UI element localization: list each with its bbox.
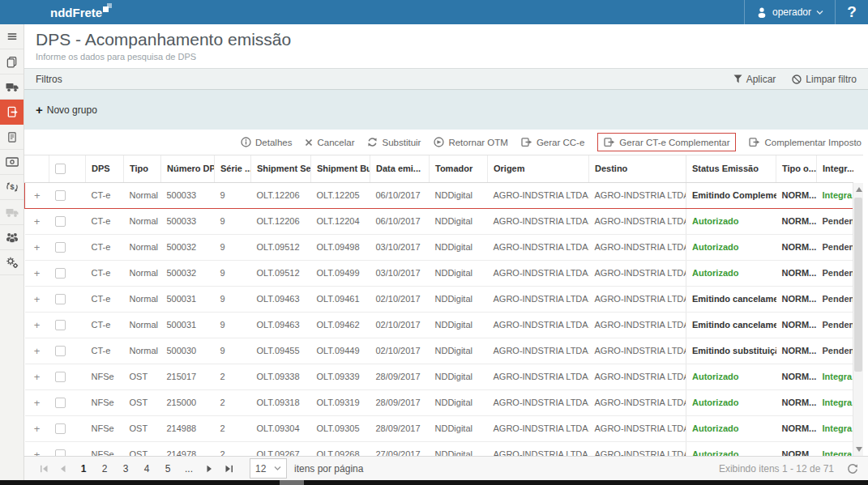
table-row[interactable]: +CT-eNormal5000319OLT.09463OLT.0946202/1… (25, 312, 853, 338)
table-row[interactable]: +CT-eNormal5000329OLT.09512OLT.0949803/1… (25, 234, 853, 260)
substitute-button[interactable]: Substituir (367, 137, 421, 147)
complementar-imposto-label: Complementar Imposto (764, 138, 862, 147)
last-page-icon (224, 465, 233, 473)
table-row[interactable]: +CT-eNormal5000329OLT.09512OLT.0949903/1… (25, 260, 853, 286)
cell-sell: OLT.09267 (251, 441, 311, 456)
last-page-button[interactable] (219, 465, 238, 473)
sidebar-item-settings[interactable] (0, 250, 24, 275)
sidebar-item-menu[interactable] (0, 24, 24, 49)
cell-tomador: NDDigital (430, 389, 488, 415)
row-checkbox[interactable] (55, 242, 66, 253)
row-checkbox[interactable] (55, 372, 66, 382)
col-status-emissao[interactable]: Status Emissão (686, 155, 776, 182)
cell-integr: Penden... (817, 286, 853, 312)
page-ellipsis[interactable]: ... (178, 463, 199, 474)
sidebar-item-fleet[interactable] (0, 200, 24, 225)
page-number-3[interactable]: 3 (115, 463, 136, 474)
help-button[interactable]: ? (836, 0, 868, 24)
row-checkbox[interactable] (55, 398, 66, 408)
prev-page-button[interactable] (53, 465, 73, 473)
select-all-checkbox[interactable] (55, 164, 66, 174)
row-checkbox[interactable] (55, 320, 66, 330)
sidebar-item-truck[interactable] (0, 74, 24, 100)
table-row[interactable]: +CT-eNormal5000319OLT.09463OLT.0946102/1… (25, 286, 853, 312)
expand-row-button[interactable]: + (25, 312, 49, 338)
expand-row-button[interactable]: + (25, 415, 49, 441)
col-tomador[interactable]: Tomador (430, 155, 488, 182)
row-checkbox[interactable] (55, 294, 66, 304)
table-row[interactable]: +NFSeOST2149782OLT.09267OLT.0926827/09/2… (25, 441, 853, 456)
sidebar-item-document[interactable] (0, 125, 24, 150)
row-checkbox[interactable] (55, 449, 66, 456)
return-otm-button[interactable]: Retornar OTM (434, 137, 508, 147)
expand-row-button[interactable]: + (25, 364, 49, 389)
clear-filter-button[interactable]: Limpar filtro (792, 74, 857, 85)
scroll-up-icon[interactable] (856, 187, 862, 192)
cell-destino: AGRO-INDSTRIA LTDA. (589, 234, 686, 260)
details-button[interactable]: Detalhes (241, 137, 292, 147)
row-checkbox[interactable] (55, 423, 66, 434)
generate-cce-button[interactable]: Gerar CC-e (521, 137, 584, 147)
page-number-5[interactable]: 5 (157, 463, 178, 474)
sidebar-item-dps-emission[interactable] (0, 100, 24, 125)
cancel-button[interactable]: Cancelar (305, 138, 354, 147)
col-shipment-sell[interactable]: Shipment Sell (251, 155, 311, 182)
apply-filter-button[interactable]: Aplicar (733, 74, 776, 85)
col-integr[interactable]: Integr... (817, 155, 853, 182)
table-row[interactable]: +NFSeOST2150002OLT.09318OLT.0931928/09/2… (25, 389, 853, 415)
page-size-select[interactable]: 12 (250, 458, 287, 479)
user-menu[interactable]: operador (744, 0, 836, 24)
table-row[interactable]: +CT-eNormal5000339OLT.12206OLT.1220406/1… (25, 208, 853, 234)
col-tipo-o[interactable]: Tipo o... (776, 155, 817, 182)
expand-row-button[interactable]: + (25, 286, 49, 312)
next-page-button[interactable] (199, 465, 219, 473)
expand-row-button[interactable]: + (25, 441, 49, 456)
scrollbar-thumb[interactable] (854, 198, 862, 372)
cell-destino: AGRO-INDSTRIA LTDA. (589, 312, 686, 338)
col-dps[interactable]: DPS (86, 155, 124, 182)
expand-row-button[interactable]: + (25, 208, 49, 234)
page-number-1[interactable]: 1 (73, 463, 94, 474)
row-checkbox[interactable] (55, 346, 66, 356)
refresh-button[interactable] (847, 463, 858, 474)
first-page-button[interactable] (34, 465, 53, 473)
expand-row-button[interactable]: + (25, 182, 49, 208)
cell-numero: 500030 (161, 338, 215, 364)
generate-cte-complementar-button[interactable]: Gerar CT-e Complementar (597, 133, 736, 151)
table-row[interactable]: +CT-eNormal5000309OLT.09455OLT.0944902/1… (25, 338, 853, 364)
logo-square-decor (103, 6, 109, 12)
new-group-button[interactable]: + Novo grupo (36, 104, 97, 116)
col-numero-dps[interactable]: Número DPS (161, 155, 215, 182)
col-shipment-buy[interactable]: Shipment Buy (311, 155, 370, 182)
scroll-down-icon[interactable] (856, 447, 862, 452)
sidebar-item-billing[interactable] (0, 150, 24, 175)
row-checkbox[interactable] (55, 190, 66, 201)
col-tipo[interactable]: Tipo (124, 155, 161, 182)
expand-row-button[interactable]: + (25, 234, 49, 260)
help-glyph: ? (847, 3, 857, 21)
sidebar-item-financial[interactable]: $ (0, 175, 24, 200)
vertical-scrollbar[interactable] (853, 183, 863, 456)
complementar-imposto-button[interactable]: Complementar Imposto (749, 137, 862, 147)
documents-icon (6, 56, 18, 68)
expand-row-button[interactable]: + (25, 260, 49, 286)
col-origem[interactable]: Origem (488, 155, 589, 182)
cell-data: 03/10/2017 (370, 260, 430, 286)
expand-row-button[interactable]: + (25, 389, 49, 415)
page-number-4[interactable]: 4 (136, 463, 157, 474)
expand-row-button[interactable]: + (25, 338, 49, 364)
funnel-icon (733, 74, 742, 83)
row-checkbox[interactable] (55, 216, 66, 227)
sidebar-item-users[interactable] (0, 225, 24, 250)
table-row[interactable]: +NFSeOST2149882OLT.09304OLT.0930528/09/2… (25, 415, 853, 441)
page-number-2[interactable]: 2 (94, 463, 115, 474)
col-data-emissao[interactable]: Data emi... (370, 155, 430, 182)
sidebar-item-documents[interactable] (0, 49, 24, 74)
col-destino[interactable]: Destino (589, 155, 686, 182)
cell-integr: Penden... (817, 312, 853, 338)
table-row[interactable]: +NFSeOST2150172OLT.09338OLT.0933928/09/2… (25, 364, 853, 389)
menu-icon (6, 31, 18, 42)
col-serie[interactable]: Série ... (215, 155, 251, 182)
table-row[interactable]: +CT-eNormal5000339OLT.12206OLT.1220506/1… (25, 182, 853, 208)
row-checkbox[interactable] (55, 268, 66, 279)
